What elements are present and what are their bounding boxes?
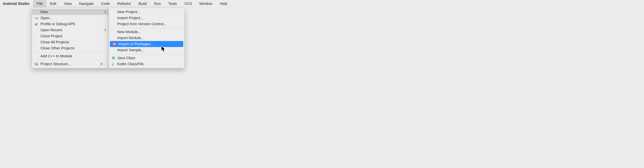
svg-rect-1 bbox=[36, 63, 38, 64]
menu-help[interactable]: Help bbox=[216, 0, 231, 7]
menu-label: Kotlin Class/File bbox=[117, 62, 182, 66]
menu-close-other-projects[interactable]: Close Other Projects bbox=[32, 45, 108, 51]
relay-icon bbox=[112, 42, 116, 46]
kotlin-file-icon bbox=[111, 62, 116, 66]
project-structure-icon bbox=[34, 62, 39, 66]
menu-divider bbox=[110, 54, 183, 54]
menu-edit[interactable]: Edit bbox=[46, 0, 60, 7]
menu-open[interactable]: Open... bbox=[32, 15, 108, 21]
blank-icon bbox=[111, 48, 116, 52]
svg-rect-2 bbox=[35, 64, 38, 65]
app-title: Android Studio bbox=[3, 0, 33, 7]
menu-refactor[interactable]: Refactor bbox=[114, 0, 135, 7]
menu-label: Open... bbox=[40, 16, 106, 20]
blank-icon bbox=[34, 46, 39, 50]
blank-icon bbox=[111, 30, 116, 34]
menu-new[interactable]: New bbox=[32, 9, 108, 15]
menu-profile-debug-apk[interactable]: Profile or Debug APK bbox=[32, 21, 108, 27]
menu-project-structure[interactable]: Project Structure... ⌘ ; bbox=[32, 61, 108, 67]
blank-icon bbox=[34, 54, 39, 58]
svg-rect-0 bbox=[35, 63, 36, 64]
menu-tools[interactable]: Tools bbox=[164, 0, 180, 7]
menu-label: Project from Version Control... bbox=[117, 22, 182, 26]
menu-label: Profile or Debug APK bbox=[40, 22, 106, 26]
menu-file[interactable]: File bbox=[33, 0, 46, 7]
submenu-java-class[interactable]: C Java Class bbox=[109, 55, 184, 61]
menu-run[interactable]: Run bbox=[150, 0, 164, 7]
blank-icon bbox=[34, 28, 39, 32]
menu-label: Close Project bbox=[40, 34, 106, 38]
chevron-right-icon bbox=[104, 10, 106, 14]
menu-label: Import Sample... bbox=[117, 48, 182, 52]
chevron-right-icon bbox=[104, 28, 106, 32]
menu-view[interactable]: View bbox=[60, 0, 75, 7]
profile-icon bbox=[34, 22, 39, 26]
menu-divider bbox=[110, 28, 183, 28]
menu-add-cpp[interactable]: Add C++ to Module bbox=[32, 53, 108, 59]
submenu-import-ui-packages[interactable]: Import UI Packages... bbox=[110, 41, 183, 47]
menu-label: New Module... bbox=[117, 30, 182, 34]
blank-icon bbox=[111, 16, 116, 20]
file-dropdown: New Open... Profile or Debug APK Open Re… bbox=[32, 8, 109, 68]
menu-window[interactable]: Window bbox=[196, 0, 216, 7]
java-class-icon: C bbox=[111, 56, 116, 60]
submenu-new-project[interactable]: New Project... bbox=[109, 9, 184, 15]
submenu-import-module[interactable]: Import Module... bbox=[109, 35, 184, 41]
menu-code[interactable]: Code bbox=[97, 0, 114, 7]
svg-text:C: C bbox=[113, 57, 114, 59]
menu-build[interactable]: Build bbox=[135, 0, 150, 7]
menu-vcs[interactable]: VCS bbox=[180, 0, 196, 7]
submenu-kotlin-class[interactable]: Kotlin Class/File bbox=[109, 61, 184, 67]
menu-label: Close Other Projects bbox=[40, 46, 106, 50]
menu-shortcut: ⌘ ; bbox=[100, 62, 106, 66]
menu-divider bbox=[33, 52, 107, 52]
new-submenu: New Project... Import Project... Project… bbox=[109, 8, 184, 68]
menu-label: Java Class bbox=[117, 56, 182, 60]
blank-icon bbox=[111, 36, 116, 40]
blank-icon bbox=[34, 10, 39, 14]
submenu-from-version-control[interactable]: Project from Version Control... bbox=[109, 21, 184, 27]
submenu-new-module[interactable]: New Module... bbox=[109, 29, 184, 35]
menubar: Android Studio File Edit View Navigate C… bbox=[0, 0, 644, 8]
menu-label: Open Recent bbox=[40, 28, 102, 32]
blank-icon bbox=[111, 22, 116, 26]
menu-label: Close All Projects bbox=[40, 40, 106, 44]
submenu-import-project[interactable]: Import Project... bbox=[109, 15, 184, 21]
blank-icon bbox=[111, 10, 116, 14]
menu-label: New bbox=[40, 10, 102, 14]
menu-close-all-projects[interactable]: Close All Projects bbox=[32, 39, 108, 45]
menu-label: Add C++ to Module bbox=[40, 54, 106, 58]
blank-icon bbox=[34, 34, 39, 38]
menu-label: Import Project... bbox=[117, 16, 182, 20]
menu-close-project[interactable]: Close Project bbox=[32, 33, 108, 39]
menu-navigate[interactable]: Navigate bbox=[76, 0, 98, 7]
submenu-import-sample[interactable]: Import Sample... bbox=[109, 47, 184, 53]
menu-label: New Project... bbox=[117, 10, 182, 14]
menu-label: Project Structure... bbox=[40, 62, 98, 66]
folder-open-icon bbox=[34, 16, 39, 20]
menu-label: Import Module... bbox=[117, 36, 182, 40]
menu-open-recent[interactable]: Open Recent bbox=[32, 27, 108, 33]
blank-icon bbox=[34, 40, 39, 44]
menu-label: Import UI Packages... bbox=[118, 42, 181, 46]
